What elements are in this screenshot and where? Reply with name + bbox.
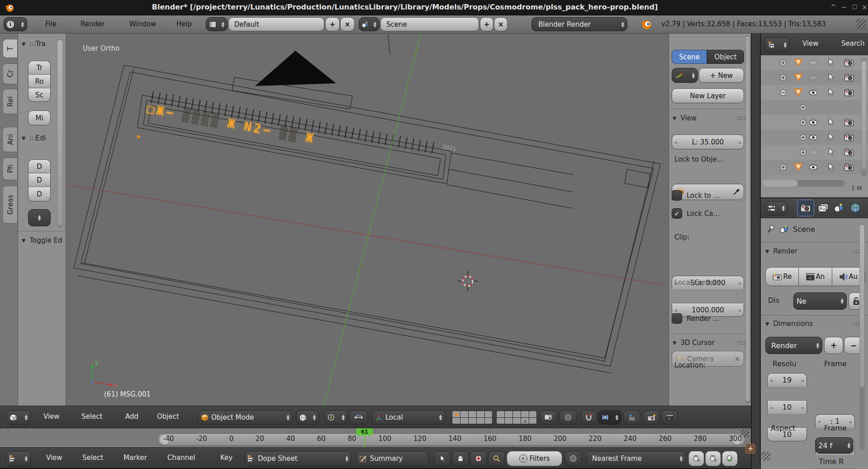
render-border-row[interactable]: Render … — [672, 313, 720, 324]
snap-target-button[interactable] — [623, 410, 640, 425]
lock-to-scene-button[interactable] — [540, 410, 557, 425]
expand-icon[interactable] — [800, 134, 806, 141]
shelf-tab-relations[interactable]: Rel — [3, 89, 18, 114]
pivot-point-dropdown[interactable]: ▲▼ — [324, 410, 348, 425]
renderability-camera-icon[interactable] — [844, 134, 854, 141]
outliner-vscrollbar[interactable] — [861, 58, 867, 177]
ds-menu-key[interactable]: Key — [220, 454, 232, 462]
slider-left-arrow[interactable]: ◂ — [674, 139, 677, 145]
ds-menu-select[interactable]: Select — [82, 454, 103, 462]
gp-new-button[interactable]: + New — [699, 68, 744, 83]
selectability-cursor-icon[interactable] — [828, 148, 834, 156]
editor-type-3dview-dropdown[interactable]: ▲▼ — [6, 410, 31, 425]
window-minimize-button[interactable]: − — [841, 3, 847, 11]
proportional-edit-dropdown[interactable] — [559, 410, 577, 425]
paste-flipped-button[interactable] — [722, 451, 738, 466]
slider-left-arrow[interactable]: ◂ — [818, 418, 821, 424]
rotate-button[interactable]: Ro — [28, 74, 51, 88]
slider-left-arrow[interactable]: ◂ — [674, 307, 677, 313]
display-mode-dropdown[interactable]: Ne ▲▼ — [793, 292, 847, 310]
view3d-menu-view[interactable]: View — [43, 412, 60, 421]
snap-magnet-button[interactable] — [580, 410, 597, 425]
panel-grip-icon[interactable] — [737, 116, 746, 121]
opengl-render-button[interactable] — [643, 410, 660, 425]
gp-pencil-dropdown[interactable]: ▲▼ — [672, 68, 698, 83]
renderability-camera-icon[interactable] — [844, 163, 854, 171]
collapse-icon[interactable] — [780, 89, 787, 96]
view3d-menu-add[interactable]: Add — [125, 412, 138, 421]
expand-region-button[interactable]: + — [745, 444, 755, 454]
render-border-checkbox[interactable] — [672, 313, 682, 324]
scene-field[interactable]: Scene — [380, 17, 479, 31]
lock-camera-row[interactable]: ✓ Lock Ca… — [672, 208, 720, 219]
expand-icon[interactable] — [800, 149, 806, 156]
slider-right-arrow[interactable]: ▸ — [739, 139, 741, 145]
copy-keyframes-button[interactable] — [688, 451, 704, 466]
dopesheet-corner-grip[interactable] — [1, 459, 9, 468]
shelf-tab-grease-pencil[interactable]: Greas — [3, 186, 18, 224]
selectability-cursor-icon[interactable] — [828, 58, 834, 67]
duplicate-linked-button[interactable]: D — [28, 173, 51, 187]
ds-menu-view[interactable]: View — [46, 454, 62, 462]
scene-add-button[interactable]: + — [480, 17, 493, 31]
editor-type-outliner-dropdown[interactable]: ▲▼ — [764, 37, 790, 52]
selectability-cursor-icon[interactable] — [828, 133, 834, 141]
outliner-row[interactable] — [761, 85, 868, 100]
slider-right-arrow[interactable]: ▸ — [802, 377, 804, 383]
gp-tab-object[interactable]: Object — [707, 50, 744, 64]
cursor-panel-header[interactable]: ▼ 3D Cursor — [673, 339, 746, 347]
pin-icon[interactable] — [766, 225, 775, 234]
renderability-camera-icon[interactable] — [844, 148, 854, 156]
visibility-eye-icon[interactable] — [809, 134, 818, 140]
shelf-tab-physics[interactable]: Ph — [3, 158, 18, 180]
outliner-row[interactable] — [761, 145, 868, 160]
eyedropper-icon[interactable] — [732, 188, 740, 196]
slider-right-arrow[interactable]: ▸ — [802, 404, 804, 410]
render-panel-header[interactable]: ▼ Render — [765, 247, 862, 255]
selectability-cursor-icon[interactable] — [828, 163, 834, 171]
motion-target-button[interactable] — [470, 451, 487, 466]
expand-icon[interactable] — [780, 59, 787, 66]
select-cursor-button[interactable] — [434, 451, 451, 466]
visibility-eye-icon[interactable] — [809, 149, 818, 155]
screen-layout-field[interactable]: Default — [228, 17, 324, 31]
renderability-camera-icon[interactable] — [844, 119, 854, 126]
gp-tab-scene[interactable]: Scene — [672, 50, 707, 64]
renderability-camera-icon[interactable] — [844, 74, 854, 81]
shelf-tab-tools[interactable]: T — [3, 39, 18, 58]
screen-layout-icon-dropdown[interactable]: ▲▼ — [206, 17, 228, 31]
scene-icon-dropdown[interactable]: ▲▼ — [359, 17, 379, 31]
editor-type-properties-dropdown[interactable]: ▲▼ — [764, 201, 788, 215]
shelf-tab-animation[interactable]: Ani — [3, 127, 18, 152]
shelf-enum-dropdown[interactable]: ▲▼ — [28, 209, 51, 226]
editor-type-dopesheet-dropdown[interactable]: ▲▼ — [6, 451, 31, 466]
slider-right-arrow[interactable]: ▸ — [739, 280, 741, 286]
ghost-button[interactable] — [452, 451, 469, 466]
new-layer-button[interactable]: New Layer — [672, 88, 744, 103]
tab-render[interactable] — [797, 200, 814, 216]
scene-delete-button[interactable]: × — [494, 17, 508, 31]
panel-grip-icon[interactable] — [737, 340, 746, 345]
framerate-dropdown[interactable]: 24 f ▲▼ — [815, 437, 854, 454]
slider-right-arrow[interactable]: ▸ — [739, 307, 741, 313]
region-splitter[interactable] — [751, 34, 761, 469]
visibility-eye-icon[interactable] — [809, 120, 818, 125]
breadcrumb-label[interactable]: Scene — [793, 225, 815, 234]
paste-keyframes-button[interactable] — [705, 451, 721, 466]
tab-render-layers[interactable] — [818, 203, 829, 212]
summary-toggle[interactable]: Summary — [356, 451, 429, 466]
outliner-row[interactable] — [761, 55, 868, 70]
current-frame-marker[interactable]: 61 — [356, 428, 373, 436]
view-panel-header[interactable]: ▼ View — [673, 114, 746, 122]
toggle-editmode-panel-header[interactable]: ▼ Toggle Ed — [22, 236, 66, 244]
proportional-keys-button[interactable] — [564, 451, 582, 466]
renderability-camera-icon[interactable] — [844, 89, 854, 96]
slider-left-arrow[interactable]: ◂ — [770, 404, 773, 410]
panel-grip-icon[interactable] — [29, 136, 36, 141]
window-maximize-button[interactable]: □ — [852, 3, 857, 10]
outliner-corner-grip[interactable] — [859, 34, 867, 43]
render-still-button[interactable]: Re — [765, 267, 799, 286]
layers-widget[interactable] — [452, 411, 537, 424]
editor-type-info-dropdown[interactable]: i ▲▼ — [4, 17, 27, 31]
opengl-anim-button[interactable]: + — [661, 410, 678, 425]
